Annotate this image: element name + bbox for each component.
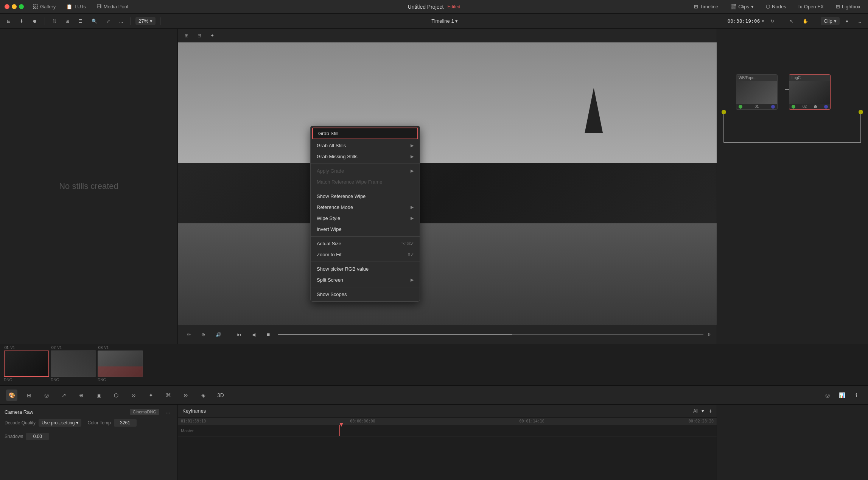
key-tool[interactable]: ⊗ bbox=[180, 390, 191, 401]
pen-tool[interactable]: ✏ bbox=[184, 330, 194, 339]
grab-missing-stills-item[interactable]: Grab Missing Stills ▶ bbox=[311, 151, 420, 162]
hsl-tool[interactable]: ▣ bbox=[93, 390, 104, 401]
sidebar-toggle[interactable]: ⊟ bbox=[4, 17, 14, 25]
color-wheel-tool[interactable]: ⊕ bbox=[76, 390, 87, 401]
tracker-tool[interactable]: ⊙ bbox=[128, 390, 139, 401]
progress-bar[interactable] bbox=[278, 334, 703, 335]
keyframes-close[interactable]: + bbox=[709, 408, 712, 415]
keyframes-title: Keyframes bbox=[182, 408, 206, 414]
magic-tool[interactable]: ✦ bbox=[145, 390, 157, 401]
node-logc[interactable]: LogC 02 bbox=[789, 74, 831, 110]
separator-4 bbox=[311, 262, 420, 262]
clip-02-thumb[interactable] bbox=[51, 351, 96, 377]
info-tool[interactable]: ℹ bbox=[851, 390, 862, 401]
nodes-nav[interactable]: ⬡ Nodes bbox=[763, 3, 789, 11]
divider-1 bbox=[45, 17, 45, 25]
circle-tool[interactable]: ◎ bbox=[41, 390, 52, 401]
maximize-button[interactable] bbox=[19, 4, 24, 9]
reference-mode-item[interactable]: Reference Mode ▶ bbox=[311, 202, 420, 213]
invert-wipe-label: Invert Wipe bbox=[317, 226, 342, 232]
close-button[interactable] bbox=[5, 4, 9, 9]
secondary-toolbar: ⊟ ⬇ ⏺ ⇅ ⊞ ☰ 🔍 ⤢ ... 27% ▾ Timeline 1 ▾ 0… bbox=[0, 14, 868, 29]
luts-label: LUTs bbox=[75, 4, 86, 9]
reference-mode-arrow: ▶ bbox=[411, 205, 414, 210]
zoom-to-fit-label: Zoom to Fit bbox=[317, 252, 342, 257]
hand-tool[interactable]: ✋ bbox=[800, 17, 811, 25]
decode-quality-dropdown[interactable]: Use pro...setting ▾ bbox=[39, 419, 81, 427]
film-tool[interactable]: ◎ bbox=[822, 390, 833, 401]
decode-quality-arrow: ▾ bbox=[76, 420, 78, 425]
more-btn[interactable]: ... bbox=[116, 17, 126, 25]
wipe-style-item[interactable]: Wipe Style ▶ bbox=[311, 213, 420, 224]
list-view[interactable]: ☰ bbox=[75, 17, 86, 25]
clip-mode-control[interactable]: Clip ▾ bbox=[821, 17, 839, 25]
clip-01-thumb[interactable] bbox=[4, 351, 49, 377]
expand-btn[interactable]: ⤢ bbox=[103, 17, 113, 25]
show-reference-wipe-item[interactable]: Show Reference Wipe bbox=[311, 191, 420, 202]
open-fx-nav[interactable]: fx Open FX bbox=[795, 3, 827, 11]
ruler-marks: 01:01:59:10 00:00:00:00 00:01:14:10 00:0… bbox=[181, 419, 714, 423]
separator-1 bbox=[311, 164, 420, 164]
search-btn[interactable]: 🔍 bbox=[89, 17, 100, 25]
overlay-btn[interactable]: ⊟ bbox=[194, 31, 204, 40]
zoom-to-fit-item[interactable]: Zoom to Fit ⇧Z bbox=[311, 249, 420, 260]
color-tool[interactable]: 🎨 bbox=[6, 390, 17, 401]
nodes-tool[interactable]: ⬡ bbox=[110, 390, 122, 401]
grab-still-item[interactable]: Grab Still bbox=[312, 128, 418, 139]
more-right[interactable]: ... bbox=[854, 17, 864, 25]
camera-raw-more[interactable]: ... bbox=[163, 408, 173, 416]
zoom-arrow: ▾ bbox=[150, 18, 152, 24]
show-picker-rgb-item[interactable]: Show picker RGB value bbox=[311, 263, 420, 274]
clip-item-01[interactable]: 01 V1 DNG bbox=[4, 345, 49, 382]
playhead bbox=[339, 425, 340, 436]
clip-03-label-row: 03 V1 bbox=[98, 345, 143, 351]
stop-btn[interactable]: ⏹ bbox=[263, 330, 274, 339]
keyframes-all[interactable]: All bbox=[693, 408, 698, 414]
clips-nav[interactable]: 🎬 Clips ▾ bbox=[727, 3, 757, 11]
actual-size-item[interactable]: Actual Size ⌥⌘Z bbox=[311, 238, 420, 249]
grab-all-stills-label: Grab All Stills bbox=[317, 143, 346, 148]
sync-btn[interactable]: ↻ bbox=[767, 17, 777, 25]
tab-media-pool[interactable]: 🎞 Media Pool bbox=[92, 2, 133, 11]
sort-btn[interactable]: ⇅ bbox=[50, 17, 59, 25]
audio-btn[interactable]: 🔊 bbox=[213, 330, 224, 339]
go-to-start[interactable]: ⏮ bbox=[234, 330, 244, 339]
clip-02-number: 02 bbox=[51, 346, 56, 350]
tab-gallery[interactable]: 🖼 Gallery bbox=[28, 2, 60, 11]
node-wb-expo[interactable]: WB/Expo... 01 bbox=[736, 74, 778, 110]
clip-item-03[interactable]: 03 V1 DNG bbox=[98, 345, 143, 382]
shapes-tool[interactable]: ◈ bbox=[198, 390, 209, 401]
import-btn[interactable]: ⬇ bbox=[17, 17, 26, 25]
cursor-tool[interactable]: ↖ bbox=[787, 17, 796, 25]
clip-03-thumb[interactable] bbox=[98, 351, 143, 377]
curve-tool[interactable]: ↗ bbox=[58, 390, 70, 401]
stereo-tool[interactable]: 3D bbox=[215, 390, 226, 401]
node-2-settings[interactable] bbox=[814, 105, 817, 108]
blur-tool[interactable]: ⌘ bbox=[163, 390, 174, 401]
split-screen-item[interactable]: Split Screen ▶ bbox=[311, 274, 420, 285]
safe-area-btn[interactable]: ⊞ bbox=[182, 31, 191, 40]
tab-luts[interactable]: 📋 LUTs bbox=[62, 2, 90, 11]
grab-all-stills-item[interactable]: Grab All Stills ▶ bbox=[311, 140, 420, 151]
app-wrapper: 🖼 Gallery 📋 LUTs 🎞 Media Pool Untitled P… bbox=[0, 0, 868, 480]
middle-section: No stills created ⊞ ⊟ ✦ bbox=[0, 29, 868, 344]
divider-3 bbox=[160, 17, 160, 25]
grid-tool[interactable]: ⊞ bbox=[23, 390, 35, 401]
record-btn[interactable]: ⏺ bbox=[30, 17, 40, 25]
shadows-value[interactable]: 0.00 bbox=[26, 433, 49, 440]
minimize-button[interactable] bbox=[12, 4, 17, 9]
clip-item-02[interactable]: 02 V1 DNG bbox=[51, 345, 96, 382]
invert-wipe-item[interactable]: Invert Wipe bbox=[311, 224, 420, 235]
lightbox-label: Lightbox bbox=[842, 4, 860, 9]
step-back[interactable]: ◀ bbox=[249, 330, 258, 339]
layers-btn[interactable]: ⊕ bbox=[198, 330, 208, 339]
timeline-nav[interactable]: ⊞ Timeline bbox=[691, 3, 722, 11]
lightbox-nav[interactable]: ⊞ Lightbox bbox=[833, 3, 863, 11]
grid-view[interactable]: ⊞ bbox=[62, 17, 72, 25]
transform-btn[interactable]: ✦ bbox=[207, 31, 217, 40]
show-scopes-item[interactable]: Show Scopes bbox=[311, 289, 420, 300]
color-temp-value[interactable]: 3261 bbox=[114, 419, 137, 427]
clip-dot[interactable]: ● bbox=[843, 17, 851, 25]
zoom-control[interactable]: 27% ▾ bbox=[135, 17, 156, 25]
scope-tool[interactable]: 📊 bbox=[836, 390, 848, 401]
